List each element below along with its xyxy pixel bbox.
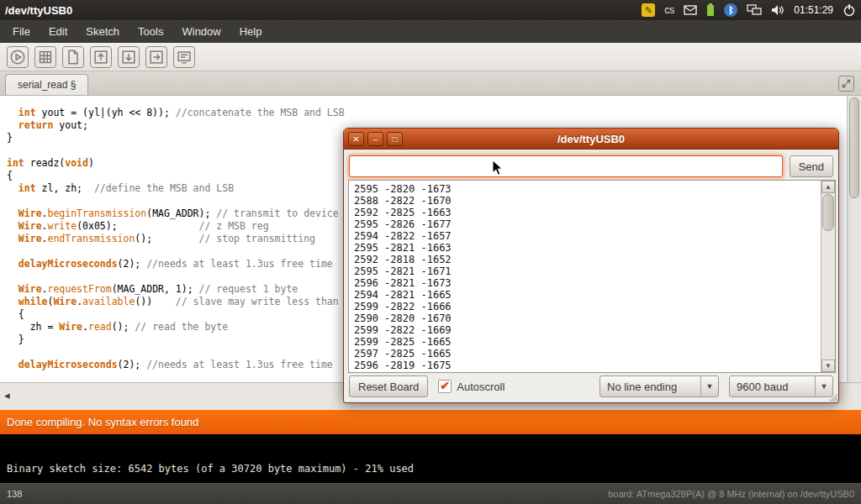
tab-menu-button[interactable]: [838, 76, 854, 92]
tab-serial-read[interactable]: serial_read §: [5, 74, 88, 95]
serial-vscrollbar[interactable]: ▲ ▼: [821, 181, 835, 372]
serial-input-row: Send: [344, 150, 838, 181]
serial-vscroll-thumb[interactable]: [822, 194, 834, 231]
verify-button[interactable]: [7, 46, 29, 68]
serial-monitor-window: ✕ – □ /dev/ttyUSB0 Send 2595 -2820 -1673…: [343, 128, 839, 403]
notes-icon[interactable]: ✎: [642, 3, 655, 17]
serial-output-area: 2595 -2820 -1673 2588 -2822 -1670 2592 -…: [348, 180, 836, 373]
menu-bar: FileEditSketchToolsWindowHelp: [0, 20, 861, 43]
serial-output[interactable]: 2595 -2820 -1673 2588 -2822 -1670 2592 -…: [349, 181, 821, 372]
system-tray: ✎ cs ᛒ 01:51:29: [642, 3, 856, 17]
upload-button[interactable]: [145, 46, 167, 68]
serial-controls-row: Reset Board Autoscroll No line ending ▼ …: [344, 374, 838, 399]
tab-bar: serial_read §: [0, 71, 861, 96]
serial-window-titlebar[interactable]: ✕ – □ /dev/ttyUSB0: [344, 129, 838, 150]
menu-tools[interactable]: Tools: [129, 22, 172, 41]
active-window-title: /dev/ttyUSB0: [5, 4, 72, 17]
menu-window[interactable]: Window: [172, 22, 230, 41]
battery-icon[interactable]: [706, 3, 715, 17]
autoscroll-checkbox[interactable]: [438, 380, 452, 393]
keyboard-layout-indicator[interactable]: cs: [664, 4, 674, 16]
line-ending-value: No line ending: [600, 381, 700, 393]
menu-edit[interactable]: Edit: [40, 22, 77, 41]
autoscroll-label: Autoscroll: [457, 381, 504, 393]
serial-monitor-button[interactable]: [173, 46, 195, 68]
send-button[interactable]: Send: [790, 155, 833, 177]
code-line: int yout = (yl|(yh << 8)); //concatenate…: [7, 107, 861, 119]
scroll-down-icon[interactable]: ▼: [821, 360, 835, 372]
tab-label: serial_read §: [18, 79, 76, 91]
minimize-button[interactable]: –: [367, 132, 383, 146]
serial-window-title: /dev/ttyUSB0: [344, 133, 838, 145]
stop-button[interactable]: [34, 46, 56, 68]
mouse-cursor: [492, 160, 504, 176]
clock[interactable]: 01:51:29: [794, 4, 833, 16]
resize-grip[interactable]: [829, 393, 837, 402]
menu-help[interactable]: Help: [230, 22, 272, 41]
top-panel: /dev/ttyUSB0 ✎ cs ᛒ 01:51:29: [0, 0, 861, 20]
baud-select[interactable]: 9600 baud ▼: [729, 375, 833, 397]
serial-input[interactable]: [349, 155, 783, 177]
close-button[interactable]: ✕: [348, 132, 364, 146]
board-info: board: ATmega328P(A) @ 8 MHz (internal) …: [608, 489, 854, 499]
save-button[interactable]: [118, 46, 140, 68]
build-console: Binary sketch size: 6542 bytes (of a 307…: [0, 434, 861, 483]
network-icon[interactable]: [747, 4, 762, 16]
toolbar: [0, 43, 861, 71]
footer-statusbar: 138 board: ATmega328P(A) @ 8 MHz (intern…: [0, 483, 861, 504]
chevron-down-icon[interactable]: ▼: [700, 376, 718, 396]
line-ending-select[interactable]: No line ending ▼: [600, 375, 719, 397]
menu-file[interactable]: File: [3, 22, 40, 41]
status-message: Done compiling. No syntax errors found: [7, 416, 198, 428]
editor-vscroll-thumb[interactable]: [849, 97, 859, 198]
open-button[interactable]: [90, 46, 112, 68]
maximize-button[interactable]: □: [387, 132, 403, 146]
scroll-up-icon[interactable]: ▲: [821, 181, 835, 193]
line-number-indicator: 138: [7, 489, 22, 499]
mail-icon[interactable]: [684, 5, 697, 15]
console-output: Binary sketch size: 6542 bytes (of a 307…: [7, 463, 861, 475]
editor-vscrollbar[interactable]: [847, 96, 861, 382]
menu-sketch[interactable]: Sketch: [77, 22, 129, 41]
volume-icon[interactable]: [771, 4, 784, 16]
new-sketch-button[interactable]: [62, 46, 84, 68]
session-menu-icon[interactable]: [843, 3, 856, 17]
autoscroll-option[interactable]: Autoscroll: [438, 380, 504, 393]
status-bar: Done compiling. No syntax errors found: [0, 410, 861, 434]
baud-value: 9600 baud: [730, 381, 815, 393]
bluetooth-icon[interactable]: ᛒ: [724, 3, 737, 17]
hscroll-left-arrow-icon[interactable]: ◂: [4, 389, 10, 402]
reset-board-button[interactable]: Reset Board: [349, 375, 428, 397]
